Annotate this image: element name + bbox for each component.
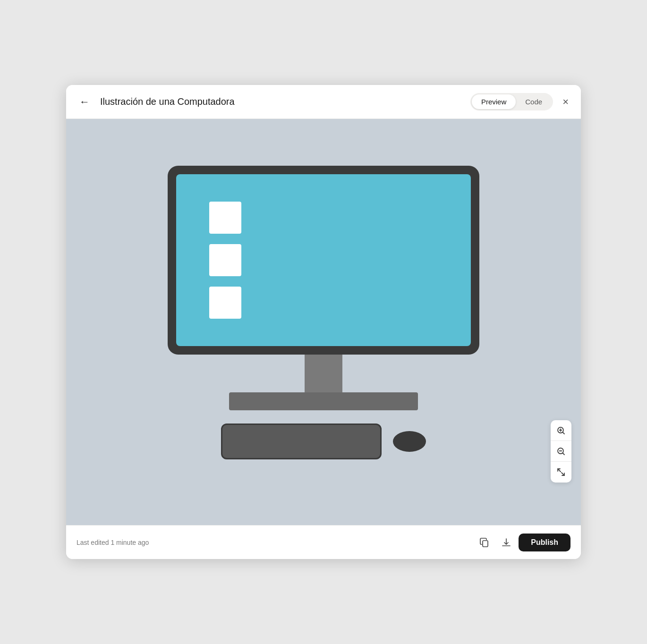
svg-line-8 [562,473,564,475]
close-button[interactable]: × [560,93,571,111]
screen [176,174,471,346]
screen-square-2 [209,244,241,276]
download-button[interactable] [497,533,516,552]
monitor [168,166,479,355]
svg-line-6 [563,453,565,455]
header-left: ← Ilustración de una Computadora [76,94,235,110]
header: ← Ilustración de una Computadora Preview… [66,85,581,119]
footer: Last edited 1 minute ago Publish [66,525,581,559]
screen-square-3 [209,287,241,319]
stand-neck [305,355,342,392]
publish-button[interactable]: Publish [519,534,570,551]
mouse [393,431,426,452]
footer-actions: Publish [475,533,570,552]
tab-group: Preview Code [470,93,553,110]
svg-line-3 [563,432,565,434]
header-right: Preview Code × [470,93,571,111]
keyboard [221,424,382,459]
zoom-controls [551,420,571,483]
computer-illustration [168,166,479,459]
stand-base [229,392,418,410]
page-title: Ilustración de una Computadora [100,96,235,107]
back-button[interactable]: ← [76,94,94,110]
tab-code[interactable]: Code [516,94,552,109]
last-edited-text: Last edited 1 minute ago [77,539,149,546]
main-window: ← Ilustración de una Computadora Preview… [66,85,581,559]
keyboard-mouse-row [221,424,426,459]
tab-preview[interactable]: Preview [472,94,516,109]
svg-rect-9 [483,541,488,547]
zoom-out-button[interactable] [551,441,571,462]
zoom-in-button[interactable] [551,420,571,441]
fullscreen-button[interactable] [551,462,571,483]
copy-button[interactable] [475,533,494,552]
screen-square-1 [209,202,241,234]
svg-line-7 [558,469,561,472]
canvas-area [66,119,581,525]
